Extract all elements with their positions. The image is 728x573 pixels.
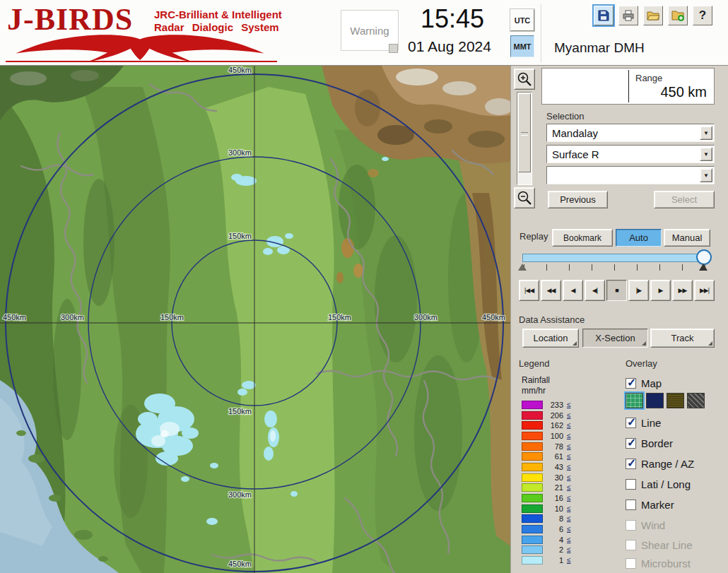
save-icon [597,8,611,23]
checkbox[interactable] [626,479,636,490]
legend-suffix: ≤ [567,494,571,502]
zoom-in-button[interactable] [514,69,535,90]
map-style-olive[interactable] [667,393,684,408]
chevron-down-icon[interactable]: ▼ [700,126,712,140]
help-icon: ? [699,8,706,23]
fast-forward-button[interactable]: ▶▶ [672,280,693,301]
legend-row: 206≤ [522,410,571,420]
header-bar: J-BIRDS JRC-Brilliant & Intelligent Rada… [0,0,728,66]
replay-timeline-thumb[interactable] [696,249,712,265]
legend-swatch [522,432,543,440]
legend-value: 43 [546,463,563,471]
range-label: 450km [3,313,26,321]
overlay-item-wind[interactable]: Wind [626,519,665,531]
overlay-item-range-az[interactable]: Range / AZ [626,457,694,470]
open-folder-button[interactable] [643,6,663,25]
skip-to-end-button[interactable]: ▶▶| [694,280,715,301]
legend-swatch [522,442,543,451]
rainfall-core [160,430,169,437]
legend-value: 1 [546,556,563,565]
radar-map[interactable]: 450km 300km 150km 150km 300km 450km 450k… [0,66,510,573]
warning-label: Warning [350,25,389,37]
export-button[interactable] [668,6,688,25]
play-reverse-button[interactable]: ◀ [563,280,583,301]
checkbox[interactable] [626,558,636,569]
map-style-green[interactable] [626,393,643,408]
playback-controls: |◀◀ ◀◀ ◀ ◀| ■ |▶ ▶ ▶▶ ▶▶| [519,280,715,301]
track-button[interactable]: Track [650,329,715,348]
legend-swatch [522,411,543,420]
overlay-item-label: Map [641,377,662,389]
checkbox[interactable] [626,459,636,469]
help-button[interactable]: ? [693,6,712,25]
zoom-slider[interactable] [517,92,532,185]
previous-button[interactable]: Previous [548,191,608,208]
overlay-item-label: Border [641,437,673,449]
overlay-item-map[interactable]: Map [626,377,662,389]
timeline-position-marker [699,264,708,271]
manual-mode-button[interactable]: Manual [664,229,710,247]
legend-swatch [522,452,543,461]
skip-to-start-button[interactable]: |◀◀ [519,280,539,301]
legend-value: 206 [546,411,563,420]
utc-toggle-button[interactable]: UTC [510,9,534,31]
legend-row: 78≤ [522,442,571,451]
print-button[interactable] [618,6,638,25]
checkbox[interactable] [626,520,636,531]
overlay-item-line[interactable]: Line [626,416,661,429]
legend-row: 10≤ [522,504,571,513]
legend-title: Rainfall [522,375,550,385]
location-button[interactable]: Location [522,329,579,348]
play-button[interactable]: ▶ [650,280,671,301]
overlay-item-marker[interactable]: Marker [626,498,674,511]
x-section-button[interactable]: X-Section [582,329,648,348]
eagle-logo-icon [6,31,276,61]
overlay-item-shear-line[interactable]: Shear Line [626,538,693,551]
step-back-button[interactable]: ◀| [585,280,605,301]
zoom-slider-thumb[interactable] [518,93,531,172]
overlay-item-border[interactable]: Border [626,437,673,449]
replay-timeline-track[interactable] [522,254,706,262]
fast-rewind-button[interactable]: ◀◀ [541,280,561,301]
control-panel: Range 450 km Selection Mandalay ▼ Surfac… [510,66,728,573]
legend-row: 43≤ [522,462,571,471]
checkbox[interactable] [626,418,636,428]
legend-suffix: ≤ [567,504,571,512]
checkbox[interactable] [626,438,636,449]
map-style-gray[interactable] [687,393,705,408]
range-label: 150km [160,313,184,321]
product-dropdown[interactable]: Surface R ▼ [546,145,715,163]
chevron-down-icon[interactable]: ▼ [700,147,712,161]
header-divider [541,4,541,62]
clock-time: 15:45 [396,4,509,34]
zoom-out-button[interactable] [514,187,535,208]
overlay-item-microburst[interactable]: Microburst [626,557,691,569]
site-dropdown[interactable]: Mandalay ▼ [546,124,715,142]
legend-suffix: ≤ [567,401,571,408]
range-label: 450km [228,560,252,568]
extra-dropdown[interactable]: ▼ [546,166,715,184]
checkbox[interactable] [626,540,636,550]
select-button[interactable]: Select [654,191,715,208]
chevron-down-icon[interactable]: ▼ [700,168,712,182]
legend-suffix: ≤ [567,536,571,543]
save-button[interactable] [594,6,613,25]
bookmark-button[interactable]: Bookmark [552,229,613,247]
legend-suffix: ≤ [567,463,571,471]
auto-mode-button[interactable]: Auto [616,229,662,247]
step-forward-button[interactable]: |▶ [628,280,649,301]
stop-button[interactable]: ■ [606,280,627,301]
timeline-start-marker [518,264,527,271]
range-divider [628,70,629,102]
legend-swatch [522,525,543,533]
mmt-toggle-button[interactable]: MMT [510,35,534,57]
overlay-item-label: Range / AZ [641,458,694,470]
checkbox[interactable] [626,378,636,389]
overlay-item-lati-long[interactable]: Lati / Long [626,478,691,490]
legend-swatch [522,556,543,565]
legend-suffix: ≤ [567,483,571,491]
legend-value: 100 [546,432,563,440]
map-style-navy[interactable] [646,393,664,408]
checkbox[interactable] [626,500,636,510]
legend-value: 30 [546,473,563,482]
